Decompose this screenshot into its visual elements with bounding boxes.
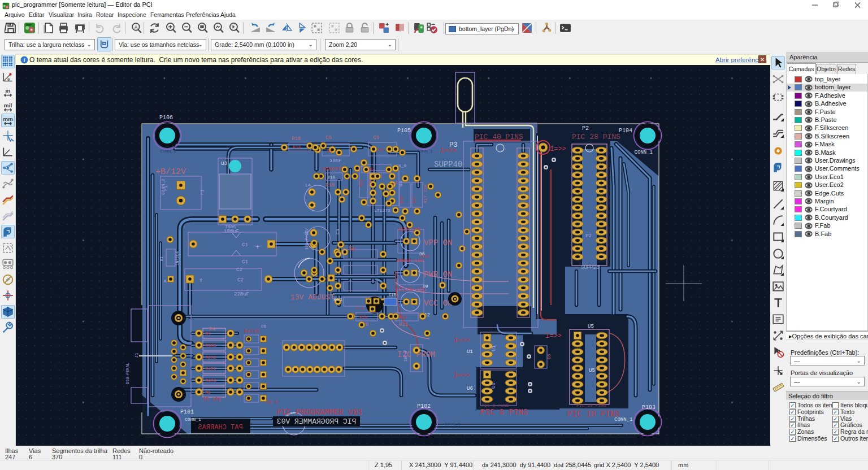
svg-text:1=>>: 1=>> (545, 332, 562, 340)
svg-text:B1: B1 (159, 256, 164, 261)
svg-text:1=>>: 1=>> (550, 145, 566, 153)
svg-text:R6R6: R6R6 (205, 378, 216, 383)
svg-text:C5: C5 (327, 149, 332, 154)
svg-text:C1: C1 (242, 259, 248, 265)
svg-text:D6 K: D6 K (267, 399, 277, 404)
svg-text:P103: P103 (642, 404, 656, 411)
svg-text:R10: R10 (293, 145, 301, 150)
svg-text:J1: J1 (134, 352, 139, 358)
svg-text:R2R2: R2R2 (205, 355, 216, 360)
svg-text:L4: L4 (305, 182, 311, 188)
svg-text:13V ADJUST: 13V ADJUST (290, 293, 335, 302)
svg-text:220uF: 220uF (234, 291, 249, 297)
svg-text:U1: U1 (467, 349, 473, 355)
svg-text:R1R1: R1R1 (205, 366, 216, 371)
svg-text:C1: C1 (242, 242, 248, 248)
svg-text:VCC ON: VCC ON (424, 299, 452, 308)
svg-text:P104: P104 (619, 128, 632, 134)
svg-text:PIC 28 PINS: PIC 28 PINS (572, 133, 620, 141)
svg-text:BAT43: BAT43 (244, 329, 259, 334)
svg-text:R21: R21 (399, 315, 407, 320)
svg-text:U5: U5 (589, 368, 595, 373)
svg-text:PIC PROGRAMMER V03: PIC PROGRAMMER V03 (277, 408, 362, 417)
svg-text:C2: C2 (236, 267, 242, 273)
svg-text:i: i (24, 57, 25, 63)
svg-text:K: K (164, 278, 167, 284)
svg-text:PWR ON: PWR ON (424, 270, 452, 279)
svg-text:P2: P2 (585, 233, 592, 239)
svg-text:R5 10K: R5 10K (203, 397, 222, 402)
svg-text:PIC PROGRAMMER V03: PIC PROGRAMMER V03 (277, 417, 356, 426)
svg-text:mm: mm (3, 116, 13, 122)
svg-text:100nF: 100nF (403, 350, 408, 362)
svg-text:CONN_1: CONN_1 (635, 150, 653, 155)
svg-text:10nF: 10nF (329, 158, 342, 164)
svg-text:1=>>: 1=>> (440, 147, 457, 155)
svg-text:R3R3: R3R3 (205, 343, 216, 348)
svg-text:CONN_1: CONN_1 (416, 149, 433, 154)
svg-text:R18: R18 (400, 196, 404, 203)
svg-text:P1: P1 (163, 185, 168, 191)
svg-text:D8: D8 (419, 251, 425, 256)
svg-text:1N4004: 1N4004 (175, 251, 180, 266)
svg-text:U6: U6 (467, 386, 473, 391)
svg-text:C6: C6 (546, 354, 552, 359)
svg-text:LT1373: LT1373 (374, 208, 390, 213)
svg-text:C9: C9 (373, 135, 379, 141)
svg-text:CONN_1: CONN_1 (614, 417, 632, 423)
svg-text:D9: D9 (423, 284, 428, 289)
svg-text:CONN_1: CONN_1 (185, 417, 201, 422)
svg-text:R21: R21 (399, 322, 408, 328)
svg-text:R10: R10 (292, 136, 301, 142)
svg-text:PIC 8 PINS: PIC 8 PINS (480, 408, 528, 417)
svg-text:PIC_8_PINS: PIC_8_PINS (481, 403, 509, 408)
svg-text:U6: U6 (491, 382, 497, 389)
svg-text:R17: R17 (412, 196, 416, 203)
svg-text:D6: D6 (261, 324, 266, 329)
svg-text:P106: P106 (159, 115, 173, 121)
svg-text:RV1: RV1 (333, 297, 342, 303)
svg-text:R9: R9 (350, 247, 356, 252)
svg-text:P105: P105 (397, 128, 411, 134)
svg-text:C5: C5 (326, 135, 332, 141)
svg-text:R17 22K: R17 22K (423, 184, 428, 203)
svg-text:U3: U3 (221, 161, 227, 167)
svg-text:D10: D10 (328, 175, 335, 180)
svg-text:100uF: 100uF (224, 229, 239, 234)
svg-text:C2: C2 (237, 277, 244, 283)
svg-text:U5: U5 (588, 324, 594, 329)
svg-text:100uF/25V: 100uF/25V (305, 228, 309, 250)
svg-text:R11: R11 (359, 179, 363, 186)
svg-text:PAT CHARRAS: PAT CHARRAS (198, 424, 242, 432)
svg-text:VPP ON: VPP ON (424, 238, 452, 247)
svg-text:P102: P102 (417, 403, 431, 410)
svg-text:U4: U4 (398, 181, 403, 186)
svg-text:θ: θ (7, 77, 10, 82)
svg-text:PIC_18_PINS: PIC_18_PINS (576, 403, 606, 408)
svg-text:SUPP28: SUPP28 (581, 265, 599, 271)
svg-text:mil: mil (4, 102, 12, 108)
svg-text:R5: R5 (205, 390, 211, 395)
svg-text:D89-FEMAL: D89-FEMAL (125, 363, 130, 384)
svg-text:C10: C10 (389, 293, 396, 297)
svg-text:SUPP40: SUPP40 (434, 160, 462, 169)
svg-text:Q2: Q2 (392, 180, 398, 185)
svg-text:+B/12V: +B/12V (155, 167, 186, 177)
svg-text:P2: P2 (582, 125, 589, 132)
svg-text:C9: C9 (377, 147, 383, 153)
svg-text:YELLOW-LED: YELLOW-LED (395, 287, 426, 293)
svg-text:R7: R7 (370, 167, 375, 172)
svg-text:+: + (255, 243, 259, 251)
svg-text:GREEN-LED: GREEN-LED (396, 258, 424, 264)
svg-text:22K: 22K (368, 179, 373, 186)
svg-text:R4: R4 (209, 327, 215, 332)
svg-text:CONN_1: CONN_1 (444, 421, 461, 427)
svg-text:in: in (6, 88, 11, 94)
svg-text:P101: P101 (180, 409, 194, 415)
svg-text:1=>>: 1=>> (454, 337, 470, 345)
svg-text:C3: C3 (335, 229, 340, 234)
svg-text:R20: R20 (359, 315, 368, 320)
svg-text:A: A (134, 24, 138, 30)
svg-text:+: + (199, 277, 203, 285)
svg-text:2.2: 2.2 (356, 306, 364, 311)
